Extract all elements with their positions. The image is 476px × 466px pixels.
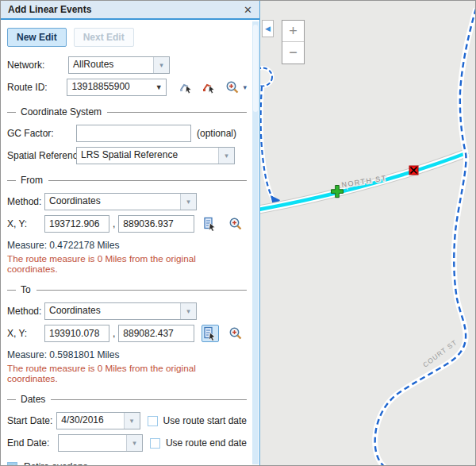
magnifier-plus-icon	[225, 80, 240, 94]
network-dropdown-arrow-icon[interactable]: ▾	[153, 57, 169, 73]
from-method-dropdown-arrow-icon[interactable]: ▾	[180, 194, 196, 210]
route-id-label: Route ID:	[7, 82, 67, 93]
network-value: AllRoutes	[69, 57, 153, 73]
clear-route-selection-button[interactable]	[201, 79, 218, 96]
end-date-label: End Date:	[7, 437, 58, 449]
to-method-label: Method:	[7, 306, 44, 317]
map-view[interactable]: NORTH ST COURT ST ◀ + −	[260, 1, 475, 465]
close-icon[interactable]: ✕	[244, 4, 252, 16]
spatial-reference-value: LRS Spatial Reference	[77, 148, 218, 164]
magnifier-plus-icon	[228, 326, 243, 341]
stream-casing	[375, 9, 475, 465]
pick-coordinates-icon	[203, 217, 217, 231]
end-date-picker[interactable]: ▾	[58, 434, 143, 452]
retire-overlaps-checkbox[interactable]: ✔	[7, 462, 17, 466]
network-label: Network:	[7, 60, 68, 71]
to-xy-label: X, Y:	[7, 328, 44, 339]
court-st-street-label: COURT ST	[421, 338, 459, 369]
from-method-dropdown[interactable]: Coordinates ▾	[44, 193, 197, 210]
gc-factor-label: GC Factor:	[7, 128, 76, 139]
route-id-dropdown-arrow-icon[interactable]: ▼	[152, 79, 166, 95]
spatial-reference-dropdown[interactable]: LRS Spatial Reference ▾	[76, 147, 235, 164]
coordinate-system-heading: Coordinate System	[21, 106, 102, 117]
select-route-on-map-button[interactable]	[178, 79, 195, 96]
to-method-value: Coordinates	[45, 303, 180, 319]
to-method-dropdown[interactable]: Coordinates ▾	[44, 302, 197, 320]
dates-separator: Dates	[7, 394, 247, 405]
new-edit-button[interactable]: New Edit	[7, 28, 67, 47]
to-warning-text: The route measure is 0 Miles from the or…	[7, 363, 247, 383]
gc-factor-input[interactable]	[76, 125, 191, 142]
to-zoom-to-button[interactable]	[227, 325, 244, 342]
network-dropdown[interactable]: AllRoutes ▾	[68, 56, 170, 74]
from-separator: From	[7, 175, 247, 186]
coordinate-system-separator: Coordinate System	[7, 106, 247, 117]
from-xy-label: X, Y:	[7, 218, 44, 229]
panel-titlebar: Add Linear Events ✕	[1, 1, 259, 20]
end-date-value	[59, 435, 126, 451]
to-measure-text: Measure: 0.5981801 Miles	[7, 349, 247, 360]
start-date-picker[interactable]: 4/30/2016 ▾	[56, 412, 140, 429]
use-route-end-date-label: Use route end date	[166, 437, 247, 449]
retire-overlaps-label: Retire overlaps	[24, 461, 88, 466]
add-linear-events-panel: Add Linear Events ✕ New Edit Next Edit N…	[1, 1, 260, 465]
spatial-reference-dropdown-arrow-icon[interactable]: ▾	[218, 148, 234, 164]
panel-content: New Edit Next Edit Network: AllRoutes ▾ …	[1, 28, 259, 466]
from-heading: From	[21, 175, 43, 186]
panel-scrollbar-thumb[interactable]	[253, 25, 258, 112]
zoom-options-caret-icon[interactable]: ▾	[243, 83, 247, 91]
to-pick-location-button[interactable]	[202, 325, 219, 342]
from-method-value: Coordinates	[45, 194, 180, 210]
from-pick-location-button[interactable]	[202, 215, 219, 233]
from-zoom-to-button[interactable]	[227, 215, 244, 233]
to-heading: To	[21, 284, 31, 295]
to-x-input[interactable]	[44, 325, 109, 342]
use-route-start-date-checkbox[interactable]	[148, 416, 158, 426]
select-route-gray-icon	[179, 80, 194, 94]
next-edit-button[interactable]: Next Edit	[74, 28, 134, 47]
to-y-input[interactable]	[118, 325, 194, 342]
route-id-combobox[interactable]: 13918855900 ▼	[67, 79, 166, 96]
start-date-label: Start Date:	[7, 415, 56, 426]
to-method-dropdown-arrow-icon[interactable]: ▾	[180, 303, 196, 319]
pick-coordinates-icon	[203, 326, 217, 341]
from-x-input[interactable]	[44, 215, 109, 233]
connector-casing	[261, 87, 276, 204]
to-xy-comma: ,	[113, 328, 115, 339]
route-id-value: 13918855900	[67, 79, 152, 95]
from-method-label: Method:	[7, 196, 44, 207]
end-date-dropdown-arrow-icon[interactable]: ▾	[126, 435, 142, 451]
zoom-out-button[interactable]: −	[282, 42, 304, 64]
map-canvas: NORTH ST COURT ST	[260, 1, 475, 465]
application-window: Add Linear Events ✕ New Edit Next Edit N…	[0, 0, 476, 466]
use-route-end-date-checkbox[interactable]	[150, 438, 160, 449]
gc-factor-optional-hint: (optional)	[197, 128, 236, 139]
panel-title: Add Linear Events	[8, 4, 91, 15]
zoom-in-button[interactable]: +	[282, 21, 304, 42]
from-y-input[interactable]	[118, 215, 194, 233]
from-xy-comma: ,	[113, 218, 115, 229]
magnifier-plus-icon	[228, 217, 243, 231]
start-date-value: 4/30/2016	[57, 413, 123, 429]
dates-heading: Dates	[21, 394, 45, 405]
start-date-dropdown-arrow-icon[interactable]: ▾	[124, 413, 140, 429]
to-separator: To	[7, 284, 247, 295]
panel-scrollbar[interactable]	[252, 21, 259, 464]
zoom-to-route-button[interactable]	[224, 79, 241, 96]
select-route-red-icon	[202, 80, 217, 94]
from-warning-text: The route measure is 0 Miles from the or…	[7, 253, 247, 274]
collapse-panel-button[interactable]: ◀	[262, 20, 274, 37]
spatial-reference-label: Spatial Reference:	[7, 150, 76, 161]
from-measure-text: Measure: 0.4722178 Miles	[7, 240, 247, 251]
use-route-start-date-label: Use route start date	[163, 415, 247, 426]
collapse-arrow-icon: ◀	[265, 25, 271, 33]
map-zoom-control: + −	[282, 20, 305, 64]
